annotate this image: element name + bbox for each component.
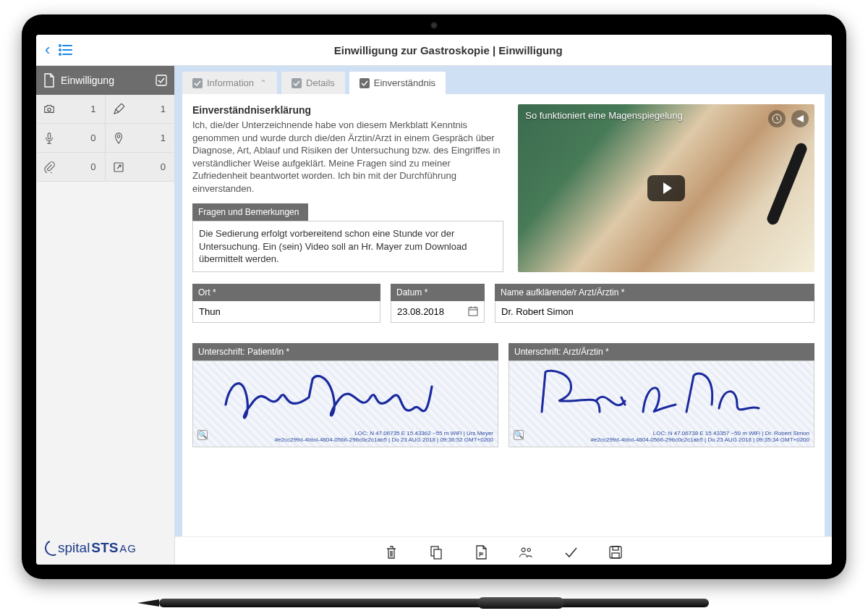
consent-heading: Einverständniserklärung [192, 104, 503, 116]
share-users-button[interactable] [518, 544, 534, 560]
arzt-input[interactable]: Dr. Robert Simon [495, 301, 814, 323]
main-area: Information ⌃ Details Einverständnis [175, 66, 832, 565]
tab-information[interactable]: Information ⌃ [182, 72, 277, 94]
arzt-label: Name aufklärende/r Arzt/Ärztin * [495, 284, 814, 301]
signature-doctor-field[interactable]: 🔍 LOC: N 47.06738 E 15.43357 ~50 m WiFi … [509, 360, 814, 447]
remarks-field[interactable]: Die Sedierung erfolgt vorbereitend schon… [192, 221, 503, 272]
external-link-icon [113, 161, 124, 173]
signature-patient-field[interactable]: 🔍 LOC: N 47.06735 E 15.43362 ~55 m WiFi … [192, 360, 498, 447]
location-pin-icon [113, 132, 124, 144]
svg-point-9 [117, 135, 120, 138]
tab-label: Einverständnis [374, 77, 435, 88]
svg-rect-22 [612, 553, 619, 558]
datum-label: Datum * [391, 284, 485, 301]
sidebar-header[interactable]: Einwilligung [36, 66, 174, 95]
checkbox-icon [192, 78, 203, 88]
pencil-count: 1 [161, 104, 166, 114]
signature-patient-label: Unterschrift: Patient/in * [192, 343, 498, 360]
svg-point-19 [527, 549, 530, 552]
attach-count: 0 [90, 161, 95, 172]
magnify-icon[interactable]: 🔍 [514, 430, 524, 440]
camera-count: 1 [90, 104, 95, 114]
datum-input[interactable]: 23.08.2018 [391, 301, 485, 323]
sidebar-cell-open[interactable]: 0 [106, 153, 175, 182]
content: Einverständniserklärung Ich, die/der Unt… [182, 94, 825, 536]
sidebar-footer: spitalSTSAG [36, 531, 174, 565]
consent-body: Ich, die/der Unterzeichnende habe von di… [192, 119, 503, 195]
delete-button[interactable] [383, 544, 399, 560]
share-icon[interactable] [791, 110, 809, 127]
list-icon[interactable] [59, 44, 73, 56]
svg-point-18 [522, 548, 525, 552]
sidebar-cell-mic[interactable]: 0 [36, 124, 106, 153]
sidebar-cell-pencil[interactable]: 1 [106, 95, 175, 124]
confirm-button[interactable] [563, 544, 579, 560]
svg-point-7 [48, 108, 51, 111]
signature-patient-meta: 🔍 LOC: N 47.06735 E 15.43362 ~55 m WiFi … [197, 430, 493, 444]
tablet-camera [430, 22, 438, 29]
signature-doctor-label: Unterschrift: Arzt/Ärztin * [509, 343, 814, 360]
checkbox-icon [292, 78, 302, 88]
video-title: So funktioniert eine Magenspiegelung [525, 110, 683, 121]
check-icon [156, 75, 167, 86]
sidebar: Einwilligung 1 1 0 [36, 66, 175, 565]
tablet-frame: ‹ Einwilligung zur Gastroskopie | Einwil… [22, 14, 846, 579]
video-thumbnail[interactable]: So funktioniert eine Magenspiegelung [518, 104, 814, 272]
ort-input[interactable]: Thun [192, 301, 380, 323]
svg-rect-12 [469, 308, 477, 316]
paperclip-icon [43, 161, 55, 173]
tab-bar: Information ⌃ Details Einverständnis [175, 66, 832, 94]
tab-einverstaendnis[interactable]: Einverständnis [349, 72, 446, 94]
app-screen: ‹ Einwilligung zur Gastroskopie | Einwil… [36, 35, 832, 565]
document-icon [43, 73, 55, 88]
open-count: 0 [161, 161, 166, 172]
sidebar-cell-camera[interactable]: 1 [36, 95, 106, 124]
remarks-label: Fragen und Bemerkungen [192, 203, 308, 221]
svg-rect-17 [434, 549, 441, 559]
tab-details[interactable]: Details [281, 72, 345, 94]
magnify-icon[interactable]: 🔍 [197, 430, 208, 440]
signature-doctor-meta: 🔍 LOC: N 47.06738 E 15.43357 ~50 m WiFi … [514, 430, 809, 444]
pdf-export-button[interactable] [473, 544, 489, 560]
tab-label: Details [306, 77, 335, 88]
svg-rect-8 [48, 132, 51, 138]
sidebar-title: Einwilligung [61, 75, 114, 86]
top-bar: ‹ Einwilligung zur Gastroskopie | Einwil… [36, 35, 832, 66]
svg-point-4 [59, 54, 61, 55]
svg-point-0 [59, 45, 61, 46]
svg-point-2 [59, 49, 61, 51]
mic-icon [43, 132, 55, 144]
mic-count: 0 [90, 132, 95, 143]
calendar-icon [468, 306, 478, 316]
pin-count: 1 [161, 132, 166, 143]
chevron-up-icon: ⌃ [260, 78, 267, 88]
watch-later-icon[interactable] [768, 110, 786, 127]
brand-logo: spitalSTSAG [45, 540, 166, 556]
tab-label: Information [207, 77, 254, 88]
sidebar-cell-location[interactable]: 1 [106, 124, 175, 153]
svg-rect-21 [613, 547, 618, 550]
sidebar-cell-attach[interactable]: 0 [36, 153, 106, 182]
camera-icon [43, 104, 55, 115]
play-button[interactable] [647, 175, 685, 201]
save-button[interactable] [608, 544, 624, 560]
pencil-icon [113, 104, 124, 115]
ort-label: Ort * [192, 284, 380, 301]
copy-button[interactable] [428, 544, 444, 560]
checkbox-icon [359, 78, 370, 88]
bottom-toolbar [175, 536, 832, 565]
back-button[interactable]: ‹ [45, 41, 50, 59]
svg-rect-6 [156, 75, 166, 85]
page-title: Einwilligung zur Gastroskopie | Einwilli… [73, 44, 823, 56]
stylus-pen [159, 594, 709, 612]
